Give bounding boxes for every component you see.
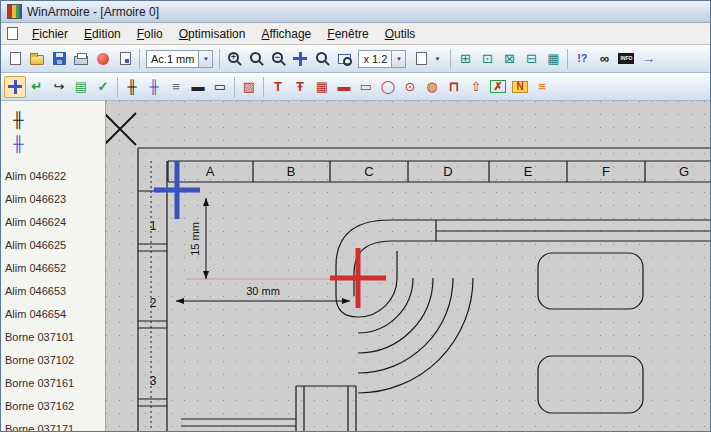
grid-snap-icon[interactable]: ⊞ — [454, 48, 476, 70]
print-icon[interactable] — [70, 48, 92, 70]
app-window: WinArmoire - [Armoire 0] Fichier Edition… — [0, 0, 711, 432]
layers-icon[interactable]: ≡ — [531, 76, 553, 98]
origin-marker[interactable] — [106, 113, 136, 145]
list-item[interactable]: Borne 037161 — [1, 372, 105, 395]
zoom-window-icon[interactable] — [333, 48, 355, 70]
menu-fichier[interactable]: Fichier — [24, 24, 76, 44]
chevron-down-icon[interactable] — [392, 50, 406, 68]
zoom-selection-icon[interactable] — [311, 48, 333, 70]
dimension-vertical-label: 15 mm — [189, 222, 201, 256]
zoom-combo[interactable]: x 1.2 — [358, 50, 406, 68]
separator — [219, 49, 220, 69]
list-item[interactable]: Borne 037162 — [1, 395, 105, 418]
list-item[interactable]: Alim 046624 — [1, 211, 105, 234]
zoom-dynamic-icon[interactable] — [245, 48, 267, 70]
menu-outils[interactable]: Outils — [377, 24, 424, 44]
new-file-icon[interactable] — [4, 48, 26, 70]
scale-combo-value: Ac.1 mm — [146, 50, 199, 68]
list-item[interactable]: Borne 037102 — [1, 349, 105, 372]
help-icon[interactable] — [92, 48, 114, 70]
arrow-up-icon[interactable]: ⇧ — [465, 76, 487, 98]
list-item[interactable]: Borne 037171 — [1, 418, 105, 431]
chevron-down-icon[interactable] — [430, 50, 444, 68]
menu-affichage[interactable]: Affichage — [253, 24, 319, 44]
symbol-terminal-blue-icon[interactable]: ╫ — [1, 131, 105, 155]
column-label: F — [602, 164, 610, 179]
column-label: A — [206, 164, 215, 179]
table-icon[interactable]: ▦ — [311, 76, 333, 98]
page-icon — [416, 52, 427, 65]
exit-icon[interactable]: → — [637, 48, 659, 70]
menu-fenetre[interactable]: Fenêtre — [319, 24, 376, 44]
segment-icon[interactable]: ▬ — [333, 76, 355, 98]
title-bar[interactable]: WinArmoire - [Armoire 0] — [1, 1, 710, 23]
menu-folio[interactable]: Folio — [129, 24, 171, 44]
page-properties-icon — [120, 52, 131, 65]
hatch-icon[interactable]: ▨ — [238, 76, 260, 98]
grid-config-icon[interactable]: ▦ — [542, 48, 564, 70]
validate-icon[interactable]: ✓ — [92, 76, 114, 98]
rectangle-icon[interactable]: ▭ — [355, 76, 377, 98]
list-item[interactable]: Alim 046652 — [1, 257, 105, 280]
column-label: G — [679, 164, 689, 179]
info-block-icon: INFO — [618, 53, 634, 64]
move-icon[interactable] — [4, 76, 26, 98]
blue-crosshair[interactable] — [154, 161, 200, 219]
menu-optimisation[interactable]: Optimisation — [171, 24, 254, 44]
folio-preview-icon[interactable] — [412, 48, 430, 70]
list-item[interactable]: Borne 037101 — [1, 326, 105, 349]
dimension-vertical — [203, 198, 209, 279]
app-icon — [7, 4, 22, 19]
erase-icon[interactable]: ✗ — [487, 76, 509, 98]
terminal-icon[interactable]: ╫ — [121, 76, 143, 98]
separator — [234, 77, 235, 97]
terminal-colored-icon[interactable]: ╫ — [143, 76, 165, 98]
chevron-down-icon[interactable] — [199, 50, 213, 68]
stamp-icon[interactable]: ⊓ — [443, 76, 465, 98]
circle-center-icon[interactable]: ⊙ — [399, 76, 421, 98]
circle-hatch-icon[interactable]: ◍ — [421, 76, 443, 98]
note-icon[interactable]: N — [509, 76, 531, 98]
red-crosshair[interactable] — [330, 248, 386, 308]
properties-icon[interactable] — [114, 48, 136, 70]
grid-clear-icon[interactable]: ⊠ — [498, 48, 520, 70]
drawing-canvas[interactable]: 15 mm 30 mm A B C D E F G — [106, 101, 710, 431]
printer-icon — [74, 56, 88, 65]
zoom-out-icon[interactable]: − — [267, 48, 289, 70]
folio-icon[interactable]: ▤ — [70, 76, 92, 98]
open-folder-icon[interactable] — [26, 48, 48, 70]
find-icon[interactable]: ∞ — [593, 48, 615, 70]
insert-icon[interactable]: ↪ — [48, 76, 70, 98]
list-item[interactable]: Alim 046654 — [1, 303, 105, 326]
dimension-horizontal-label: 30 mm — [246, 285, 280, 297]
red-circle-icon — [97, 53, 109, 65]
four-way-arrow-icon — [293, 52, 307, 66]
separator — [567, 49, 568, 69]
grid-reduce-icon[interactable]: ⊟ — [520, 48, 542, 70]
list-item[interactable]: Alim 046653 — [1, 280, 105, 303]
symbol-terminal-dark-icon[interactable]: ╫ — [1, 107, 105, 131]
document-system-icon[interactable] — [7, 27, 18, 40]
menu-edition[interactable]: Edition — [76, 24, 129, 44]
circle-icon[interactable]: ◯ — [377, 76, 399, 98]
rail-icon[interactable]: ≡ — [165, 76, 187, 98]
zoom-in-icon[interactable]: + — [223, 48, 245, 70]
pan-icon[interactable] — [289, 48, 311, 70]
text-icon[interactable]: T — [267, 76, 289, 98]
grid-display-icon[interactable]: ⊡ — [476, 48, 498, 70]
return-icon[interactable]: ↵ — [26, 76, 48, 98]
scale-combo[interactable]: Ac.1 mm — [146, 50, 213, 68]
bar-empty-icon[interactable]: ▭ — [209, 76, 231, 98]
bar-filled-icon[interactable]: ▬ — [187, 76, 209, 98]
folio-preview-combo[interactable] — [412, 48, 444, 70]
magnifier-minus-icon: − — [272, 52, 283, 63]
text-frame-icon[interactable]: Ŧ — [289, 76, 311, 98]
list-item[interactable]: Alim 046625 — [1, 234, 105, 257]
list-item[interactable]: Alim 046623 — [1, 188, 105, 211]
dimension-horizontal — [176, 298, 350, 304]
save-icon[interactable] — [48, 48, 70, 70]
window-title: WinArmoire - [Armoire 0] — [27, 5, 159, 19]
context-help-icon[interactable]: !? — [571, 48, 593, 70]
info-icon[interactable]: INFO — [615, 48, 637, 70]
list-item[interactable]: Alim 046622 — [1, 165, 105, 188]
